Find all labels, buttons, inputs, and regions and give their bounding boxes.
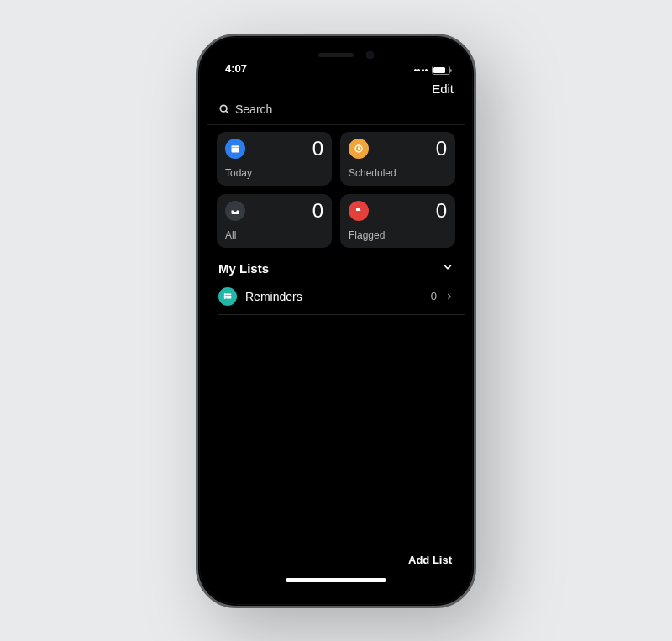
bottom-bar: Add List (207, 545, 465, 597)
speaker-grille (318, 53, 354, 57)
front-camera (366, 51, 374, 59)
list-item[interactable]: Reminders 0 (207, 281, 465, 314)
tile-flagged-label: Flagged (349, 229, 447, 241)
edit-button[interactable]: Edit (432, 81, 454, 96)
my-lists-header[interactable]: My Lists (207, 248, 465, 281)
search-icon (218, 103, 230, 115)
cell-signal-icon (414, 69, 428, 71)
smart-lists-grid: 0 Today 0 Scheduled (207, 132, 465, 248)
home-indicator[interactable] (286, 578, 386, 582)
tile-today[interactable]: 0 Today (217, 132, 332, 186)
battery-icon (432, 66, 450, 75)
list-item-count: 0 (431, 290, 437, 302)
svg-point-10 (224, 296, 225, 297)
status-time: 4:07 (225, 62, 247, 75)
calendar-today-icon (225, 139, 245, 159)
chevron-right-icon (445, 289, 454, 304)
flag-icon (349, 201, 369, 221)
tile-all[interactable]: 0 All (217, 194, 332, 248)
svg-rect-4 (232, 145, 239, 147)
svg-point-9 (224, 294, 225, 295)
tile-scheduled-count: 0 (436, 139, 447, 159)
svg-point-11 (224, 297, 225, 298)
my-lists-title: My Lists (218, 261, 269, 276)
tile-all-count: 0 (312, 201, 323, 221)
iphone-frame: 4:07 Edit (196, 34, 476, 608)
tray-icon (225, 201, 245, 221)
divider (207, 124, 465, 125)
tile-flagged-count: 0 (436, 201, 447, 221)
screen: 4:07 Edit (207, 45, 465, 597)
search-input[interactable] (235, 102, 454, 116)
add-list-button[interactable]: Add List (408, 554, 452, 566)
clock-icon (349, 139, 369, 159)
notch (273, 45, 399, 66)
tile-scheduled-label: Scheduled (349, 167, 447, 179)
tile-scheduled[interactable]: 0 Scheduled (340, 132, 455, 186)
tile-today-count: 0 (312, 139, 323, 159)
list-item-name: Reminders (245, 290, 302, 303)
divider (218, 314, 465, 315)
nav-bar: Edit (207, 76, 465, 99)
chevron-down-icon (442, 261, 454, 276)
tile-flagged[interactable]: 0 Flagged (340, 194, 455, 248)
search-row[interactable] (207, 99, 465, 124)
tile-all-label: All (225, 229, 323, 241)
list-bullet-icon (218, 287, 237, 306)
svg-line-1 (226, 110, 228, 113)
tile-today-label: Today (225, 167, 323, 179)
